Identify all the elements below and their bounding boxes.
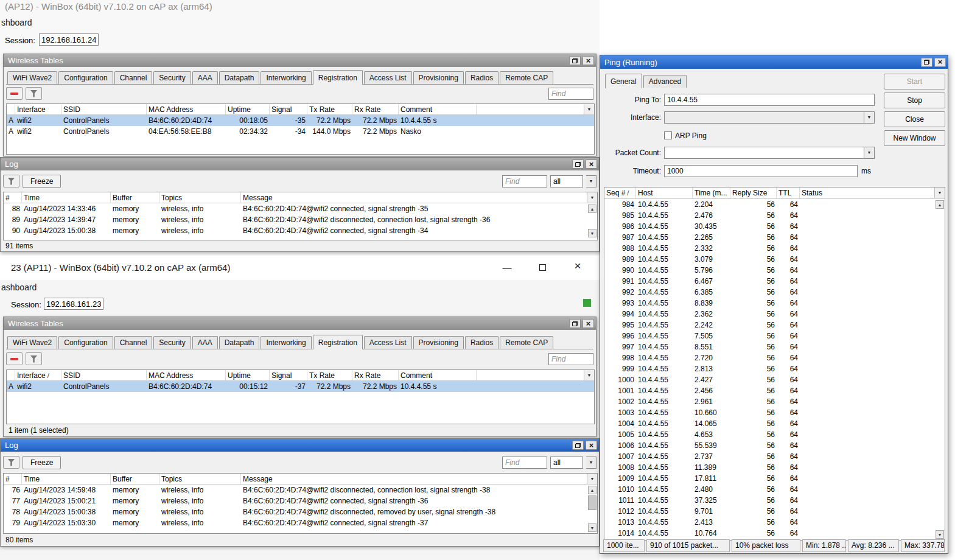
ping-row[interactable]: 993 10.4.4.55 8.839 56 64: [604, 298, 945, 309]
ping-row[interactable]: 989 10.4.4.55 3.079 56 64: [604, 254, 945, 265]
registration-row[interactable]: A wifi2 ControlPanels B4:6C:60:2D:4D:74 …: [7, 115, 594, 126]
col-tx-rate[interactable]: Tx Rate: [307, 104, 352, 114]
dashboard-tab-partial[interactable]: shboard: [1, 18, 32, 27]
session-input[interactable]: [44, 298, 103, 310]
ping-row[interactable]: 1014 10.4.4.55 10.764 56 64: [604, 528, 945, 539]
scroll-down-button[interactable]: ▼: [588, 229, 596, 237]
interface-select[interactable]: [664, 111, 864, 124]
tab[interactable]: WiFi Wave2: [7, 336, 57, 349]
tab[interactable]: Configuration: [58, 336, 113, 349]
interface-dropdown-arrow[interactable]: ▼: [864, 111, 875, 124]
tab[interactable]: Interworking: [261, 336, 311, 349]
tab[interactable]: AAA: [192, 336, 218, 349]
column-menu-button[interactable]: ▼: [587, 474, 597, 484]
close-button[interactable]: ×: [934, 58, 946, 67]
ping-row[interactable]: 990 10.4.4.55 5.796 56 64: [604, 265, 945, 276]
log-titlebar[interactable]: Log ×: [1, 158, 599, 170]
log-filter-dropdown-arrow[interactable]: ▼: [586, 175, 596, 187]
packet-count-select[interactable]: [664, 147, 864, 159]
col-signal[interactable]: Signal: [270, 370, 307, 380]
scrollbar-thumb[interactable]: [588, 495, 596, 510]
find-input[interactable]: [548, 353, 593, 365]
ping-row[interactable]: 991 10.4.4.55 6.467 56 64: [604, 276, 945, 287]
col-seq[interactable]: Seq #/: [604, 187, 636, 198]
ping-row[interactable]: 988 10.4.4.55 2.332 56 64: [604, 243, 945, 254]
tab[interactable]: Security: [153, 336, 191, 349]
tab[interactable]: Radios: [465, 71, 498, 84]
col-message[interactable]: Message: [241, 474, 597, 484]
ping-to-input[interactable]: [664, 94, 875, 106]
ping-row[interactable]: 996 10.4.4.55 7.505 56 64: [604, 331, 945, 341]
tab[interactable]: Provisioning: [413, 71, 464, 84]
log-row[interactable]: 77 Aug/14/2023 15:00:21 memory wireless,…: [4, 495, 597, 506]
tab[interactable]: WiFi Wave2: [7, 71, 57, 84]
col-flags[interactable]: [7, 370, 15, 380]
ping-row[interactable]: 1001 10.4.4.55 2.456 56 64: [604, 385, 945, 396]
ping-row[interactable]: 986 10.4.4.55 30.435 56 64: [604, 221, 945, 232]
col-time[interactable]: Time: [22, 192, 111, 203]
col-flags[interactable]: [7, 104, 15, 114]
column-menu-button[interactable]: ▼: [584, 104, 594, 114]
tab[interactable]: Radios: [465, 336, 498, 349]
timeout-input[interactable]: [664, 165, 858, 177]
ping-row[interactable]: 1013 10.4.4.55 2.413 56 64: [604, 517, 945, 528]
log-filter-value[interactable]: all: [550, 457, 583, 469]
tab[interactable]: Datapath: [219, 71, 260, 84]
ping-titlebar[interactable]: Ping (Running) ×: [600, 55, 948, 69]
ping-row[interactable]: 1010 10.4.4.55 2.480 56 64: [604, 484, 945, 495]
col-number[interactable]: #: [4, 474, 22, 484]
column-menu-button[interactable]: ▼: [934, 187, 945, 198]
scroll-up-button[interactable]: ▲: [588, 486, 596, 494]
tab[interactable]: Configuration: [58, 71, 113, 84]
tab[interactable]: Registration: [313, 335, 363, 349]
column-menu-button[interactable]: ▼: [587, 192, 597, 203]
tab[interactable]: Remote CAP: [500, 71, 553, 84]
ping-row[interactable]: 992 10.4.4.55 6.385 56 64: [604, 287, 945, 298]
close-button[interactable]: ×: [568, 259, 587, 273]
ping-row[interactable]: 1011 10.4.4.55 37.325 56 64: [604, 495, 945, 506]
col-ttl[interactable]: TTL: [777, 187, 800, 198]
col-mac-address[interactable]: MAC Address: [147, 104, 226, 114]
ping-row[interactable]: 1009 10.4.4.55 17.811 56 64: [604, 473, 945, 484]
col-comment[interactable]: Comment: [399, 104, 477, 114]
close-button[interactable]: ×: [582, 319, 594, 328]
maximize-button[interactable]: [533, 261, 551, 274]
log-row[interactable]: 79 Aug/14/2023 15:03:30 memory wireless,…: [4, 517, 597, 528]
scroll-up-button[interactable]: ▲: [588, 205, 596, 213]
log-row[interactable]: 76 Aug/14/2023 14:59:48 memory wireless,…: [4, 485, 597, 495]
log-row[interactable]: 78 Aug/14/2023 15:00:38 memory wireless,…: [4, 506, 597, 517]
ping-row[interactable]: 995 10.4.4.55 2.242 56 64: [604, 320, 945, 331]
tab[interactable]: Remote CAP: [500, 336, 553, 349]
log-filter-value[interactable]: all: [550, 175, 583, 187]
scroll-down-button[interactable]: ▼: [588, 523, 596, 532]
arp-ping-checkbox[interactable]: [664, 131, 672, 139]
ping-row[interactable]: 1003 10.4.4.55 10.660 56 64: [604, 407, 945, 418]
ping-row[interactable]: 1008 10.4.4.55 11.389 56 64: [604, 462, 945, 473]
col-buffer[interactable]: Buffer: [111, 192, 159, 203]
ping-row[interactable]: 999 10.4.4.55 2.813 56 64: [604, 363, 945, 374]
minimize-button[interactable]: —: [498, 261, 516, 274]
log-row[interactable]: 89 Aug/14/2023 14:39:47 memory wireless,…: [4, 214, 597, 225]
start-button[interactable]: Start: [884, 74, 945, 89]
col-topics[interactable]: Topics: [159, 192, 241, 203]
wireless-tables-titlebar[interactable]: Wireless Tables ×: [4, 317, 596, 330]
col-rx-rate[interactable]: Rx Rate: [352, 370, 399, 380]
col-comment[interactable]: Comment: [399, 370, 477, 380]
restore-button[interactable]: [572, 441, 584, 450]
col-message[interactable]: Message: [241, 192, 597, 203]
find-input[interactable]: [548, 88, 593, 100]
col-interface[interactable]: Interface: [15, 104, 61, 114]
col-reply-size[interactable]: Reply Size: [730, 187, 777, 198]
ping-row[interactable]: 985 10.4.4.55 2.476 56 64: [604, 210, 945, 221]
col-topics[interactable]: Topics: [159, 474, 241, 484]
log-filter-dropdown-arrow[interactable]: ▼: [586, 457, 596, 469]
tab[interactable]: Registration: [313, 70, 363, 85]
scroll-down-button[interactable]: ▼: [936, 530, 944, 539]
ping-row[interactable]: 1005 10.4.4.55 4.653 56 64: [604, 429, 945, 440]
registration-row[interactable]: A wifi2 ControlPanels B4:6C:60:2D:4D:74 …: [7, 381, 594, 392]
freeze-button[interactable]: Freeze: [23, 175, 61, 188]
session-input[interactable]: [39, 33, 99, 46]
remove-button[interactable]: [6, 352, 23, 365]
filter-button[interactable]: [3, 175, 19, 187]
tab[interactable]: Advanced: [643, 75, 687, 88]
